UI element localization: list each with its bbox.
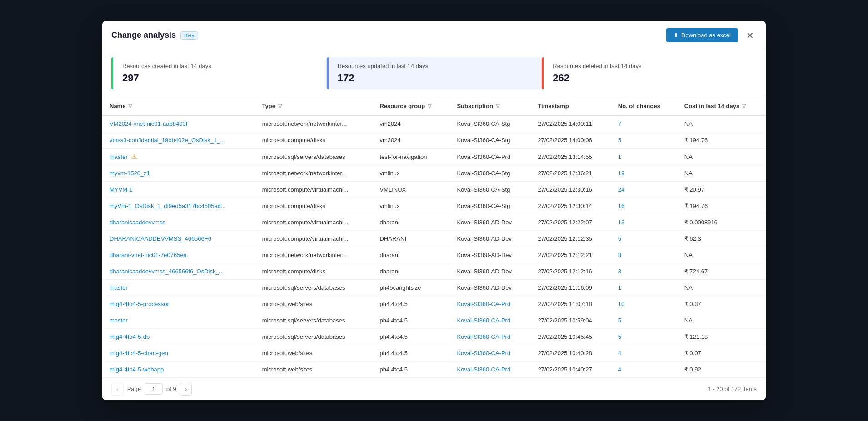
cell-name: VM2024-vnet-nic01-aab8403f xyxy=(102,115,255,132)
cell-no-of-changes: 1 xyxy=(611,149,677,165)
changes-link[interactable]: 5 xyxy=(618,235,621,242)
subscription-link[interactable]: Kovai-SI360-CA-Prd xyxy=(457,301,510,307)
page-number-input[interactable] xyxy=(145,383,163,395)
cell-type: microsoft.compute/virtualmachi... xyxy=(255,231,373,247)
name-filter-icon[interactable]: ▽ xyxy=(128,103,132,109)
name-link[interactable]: MYVM-1 xyxy=(110,186,133,193)
pagination-summary: 1 - 20 of 172 items xyxy=(708,386,757,392)
cell-cost: ₹ 20.97 xyxy=(677,182,766,198)
table-row: mig4-4to4-5-processormicrosoft.web/sites… xyxy=(102,296,766,312)
modal-title: Change analysis xyxy=(111,30,176,40)
changes-link[interactable]: 13 xyxy=(618,219,624,226)
changes-link[interactable]: 4 xyxy=(618,350,621,357)
name-link[interactable]: master xyxy=(110,154,128,160)
download-excel-button[interactable]: ⬇ Download as excel xyxy=(666,28,738,42)
cell-timestamp: 27/02/2025 12:30:14 xyxy=(530,198,610,214)
changes-link[interactable]: 16 xyxy=(618,203,624,209)
cell-timestamp: 27/02/2025 14:00:11 xyxy=(530,115,610,132)
cell-timestamp: 27/02/2025 10:40:28 xyxy=(530,345,610,362)
stat-card-updated: Resources updated in last 14 days 172 xyxy=(327,57,542,89)
cell-subscription: Kovai-SI360-CA-Stg xyxy=(449,182,530,198)
changes-link[interactable]: 5 xyxy=(618,333,621,340)
stat-updated-value: 172 xyxy=(338,72,533,84)
cell-type: microsoft.sql/servers/databases xyxy=(255,329,373,345)
cell-cost: ₹ 0.37 xyxy=(677,296,766,312)
cell-timestamp: 27/02/2025 12:12:21 xyxy=(530,247,610,263)
cell-cost: NA xyxy=(677,165,766,182)
changes-link[interactable]: 5 xyxy=(618,137,621,144)
table-row: master⚠microsoft.sql/servers/databaseste… xyxy=(102,149,766,165)
subscription-filter-icon[interactable]: ▽ xyxy=(496,103,499,109)
cell-name: master xyxy=(102,280,255,296)
cell-timestamp: 27/02/2025 12:30:16 xyxy=(530,182,610,198)
cell-cost: NA xyxy=(677,312,766,329)
cell-timestamp: 27/02/2025 12:12:16 xyxy=(530,263,610,280)
cell-no-of-changes: 10 xyxy=(611,296,677,312)
cell-subscription: Kovai-SI360-CA-Stg xyxy=(449,165,530,182)
cell-type: microsoft.compute/virtualmachi... xyxy=(255,214,373,231)
changes-link[interactable]: 1 xyxy=(618,284,621,291)
changes-link[interactable]: 24 xyxy=(618,186,624,193)
cost-filter-icon[interactable]: ▽ xyxy=(742,103,746,109)
name-link[interactable]: vmss3-confidential_19bb402e_OsDisk_1_... xyxy=(110,137,225,144)
name-link[interactable]: myvm-1520_z1 xyxy=(110,170,150,177)
close-button[interactable]: ✕ xyxy=(743,30,757,41)
cell-no-of-changes: 5 xyxy=(611,132,677,149)
table-row: dharani-vnet-nic01-7e0765eamicrosoft.net… xyxy=(102,247,766,263)
name-link[interactable]: mig4-4to4-5-webapp xyxy=(110,366,164,373)
name-link[interactable]: dharanicaaddevvmss_466566f6_OsDisk_... xyxy=(110,268,224,275)
warning-icon: ⚠ xyxy=(131,153,137,160)
name-link[interactable]: VM2024-vnet-nic01-aab8403f xyxy=(110,120,187,127)
cell-type: microsoft.network/networkinter... xyxy=(255,247,373,263)
changes-link[interactable]: 8 xyxy=(618,252,621,258)
name-link[interactable]: mig4-4to4-5-db xyxy=(110,333,150,340)
changes-link[interactable]: 5 xyxy=(618,317,621,324)
cell-subscription: Kovai-SI360-CA-Stg xyxy=(449,115,530,132)
stats-row: Resources created in last 14 days 297 Re… xyxy=(102,50,766,97)
cell-type: microsoft.compute/disks xyxy=(255,263,373,280)
beta-badge: Beta xyxy=(180,31,198,40)
changes-link[interactable]: 1 xyxy=(618,154,621,160)
cell-subscription: Kovai-SI360-CA-Stg xyxy=(449,132,530,149)
name-link[interactable]: master xyxy=(110,284,128,291)
changes-link[interactable]: 3 xyxy=(618,268,621,275)
cell-resource-group: vm2024 xyxy=(373,115,450,132)
change-analysis-modal: Change analysis Beta ⬇ Download as excel… xyxy=(102,21,766,400)
name-link[interactable]: dharanicaaddevvmss xyxy=(110,219,165,226)
next-page-button[interactable]: › xyxy=(180,383,192,396)
pagination-controls: ‹ Page of 9 › xyxy=(111,383,192,396)
resource-group-filter-icon[interactable]: ▽ xyxy=(428,103,431,109)
cell-cost: ₹ 724.67 xyxy=(677,263,766,280)
cell-subscription: Kovai-SI360-CA-Prd xyxy=(449,362,530,378)
type-filter-icon[interactable]: ▽ xyxy=(278,103,282,109)
table-body: VM2024-vnet-nic01-aab8403fmicrosoft.netw… xyxy=(102,115,766,377)
subscription-link[interactable]: Kovai-SI360-CA-Prd xyxy=(457,350,510,357)
cell-no-of-changes: 13 xyxy=(611,214,677,231)
name-link[interactable]: DHARANICAADDEVVMSS_466566F6 xyxy=(110,235,211,242)
subscription-link[interactable]: Kovai-SI360-CA-Prd xyxy=(457,333,510,340)
changes-link[interactable]: 4 xyxy=(618,366,621,373)
prev-page-button[interactable]: ‹ xyxy=(111,383,124,396)
name-link[interactable]: mig4-4to4-5-processor xyxy=(110,301,169,307)
cell-timestamp: 27/02/2025 11:07:18 xyxy=(530,296,610,312)
cell-cost: ₹ 0.92 xyxy=(677,362,766,378)
cell-type: microsoft.web/sites xyxy=(255,345,373,362)
changes-link[interactable]: 7 xyxy=(618,120,621,127)
name-link[interactable]: master xyxy=(110,317,128,324)
stat-updated-label: Resources updated in last 14 days xyxy=(338,63,533,69)
cell-subscription: Kovai-SI360-CA-Prd xyxy=(449,329,530,345)
cell-subscription: Kovai-SI360-CA-Stg xyxy=(449,198,530,214)
name-link[interactable]: myVm-1_OsDisk_1_df9ed5a317bc4505ad... xyxy=(110,203,226,209)
name-link[interactable]: dharani-vnet-nic01-7e0765ea xyxy=(110,252,187,258)
changes-link[interactable]: 10 xyxy=(618,301,624,307)
name-link[interactable]: mig4-4to4-5-chart-gen xyxy=(110,350,168,357)
cell-subscription: Kovai-SI360-CA-Prd xyxy=(449,149,530,165)
subscription-link[interactable]: Kovai-SI360-CA-Prd xyxy=(457,366,510,373)
cell-resource-group: ph45carightsize xyxy=(373,280,450,296)
table-row: dharanicaaddevvmss_466566f6_OsDisk_...mi… xyxy=(102,263,766,280)
subscription-link[interactable]: Kovai-SI360-CA-Prd xyxy=(457,317,510,324)
cell-timestamp: 27/02/2025 14:00:06 xyxy=(530,132,610,149)
col-header-timestamp: Timestamp xyxy=(530,97,610,115)
cell-timestamp: 27/02/2025 13:14:55 xyxy=(530,149,610,165)
changes-link[interactable]: 19 xyxy=(618,170,624,177)
